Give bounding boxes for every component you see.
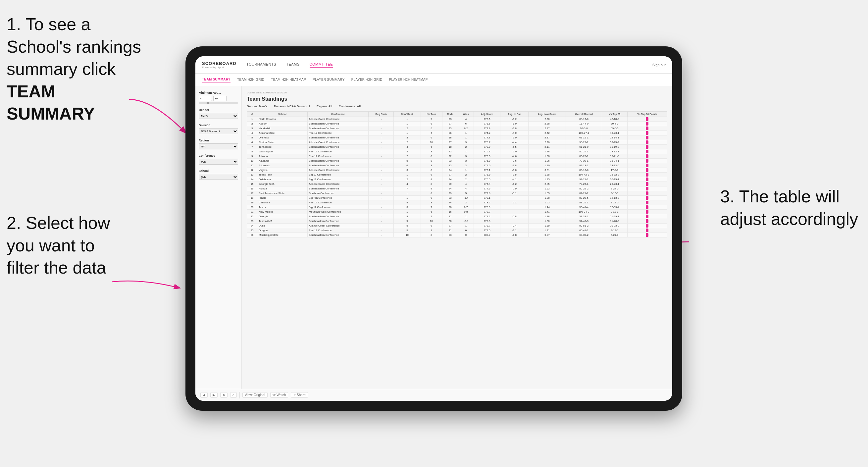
table-cell: 23-13-0 <box>602 163 627 168</box>
toolbar-refresh[interactable]: ↻ <box>220 392 227 398</box>
table-cell: 42-18-0 <box>602 117 627 122</box>
col-avg-par[interactable]: Avg. to Par <box>500 112 528 117</box>
table-cell: 2.37 <box>528 135 566 140</box>
table-cell: 21 <box>442 228 458 233</box>
table-cell: 280.7 <box>473 233 500 238</box>
filter-gender: Gender Men's <box>199 108 238 119</box>
table-cell: -6.2 <box>500 117 528 122</box>
table-cell: - <box>369 140 394 145</box>
table-cell: 1.53 <box>528 200 566 205</box>
table-cell: 1 <box>394 117 421 122</box>
table-cell: - <box>369 219 394 224</box>
table-cell: 7 <box>394 186 421 191</box>
filter-gender-select[interactable]: Men's <box>199 113 238 119</box>
table-cell: 2.11 <box>528 145 566 149</box>
table-cell: 5 <box>394 224 421 228</box>
table-cell: Washington <box>257 149 307 154</box>
col-school[interactable]: School <box>257 112 307 117</box>
table-cell: 2 <box>458 145 473 149</box>
table-cell: - <box>369 200 394 205</box>
nav-committee[interactable]: COMMITTEE <box>310 62 333 68</box>
table-cell: 9 <box>421 224 442 228</box>
table-cell: 1.98 <box>528 149 566 154</box>
tab-team-summary[interactable]: TEAM SUMMARY <box>202 77 230 83</box>
table-cell: -3.5 <box>500 173 528 177</box>
sidebar-filters: Minimum Rou... Gender Men's <box>195 86 242 389</box>
col-conf-rank[interactable]: Conf Rank <box>394 112 421 117</box>
col-vs-top25[interactable]: Vs Top 25 <box>602 112 627 117</box>
filter-slider[interactable] <box>199 102 238 104</box>
col-overall[interactable]: Overall Record <box>566 112 602 117</box>
table-cell: -4.0 <box>500 131 528 135</box>
table-cell: 80-25-2 <box>566 186 602 191</box>
toolbar-home[interactable]: ⌂ <box>230 392 237 398</box>
table-cell: 5 <box>458 191 473 196</box>
instruction-3-line2: adjust accordingly <box>720 209 858 228</box>
col-adj-score[interactable]: Adj. Score <box>473 112 500 117</box>
filter-region-select[interactable]: N/A <box>199 144 238 149</box>
tab-team-h2h-heatmap[interactable]: TEAM H2H HEATMAP <box>271 77 306 82</box>
table-cell: 0 <box>458 228 473 233</box>
toolbar-view[interactable]: View: Original <box>242 392 268 398</box>
filter-division-select[interactable]: NCAA Division I <box>199 128 238 134</box>
table-cell: 9 <box>421 186 442 191</box>
table-cell: 23-23-1 <box>602 182 627 186</box>
table-cell: North Carolina <box>257 117 307 122</box>
table-cell: 18 <box>442 145 458 149</box>
nav-tournaments[interactable]: TOURNAMENTS <box>246 62 276 68</box>
col-no-tour[interactable]: No Tour <box>421 112 442 117</box>
table-cell <box>627 205 667 210</box>
toolbar-share[interactable]: ↗ Share <box>291 392 308 398</box>
col-vs-top50[interactable]: Vs Top 50 Points <box>627 112 667 117</box>
filter-min-rounds-to[interactable] <box>213 96 226 101</box>
table-cell: 6 <box>394 163 421 168</box>
table-row: 2AuburnSoutheastern Conference-19276273.… <box>247 122 667 126</box>
table-cell: Mountain West Conference <box>307 210 369 214</box>
col-wins[interactable]: Wins <box>458 112 473 117</box>
nav-signout[interactable]: Sign out <box>652 63 665 67</box>
nav-teams[interactable]: TEAMS <box>286 62 299 68</box>
col-reg-rank[interactable]: Reg Rank <box>369 112 394 117</box>
table-cell <box>627 122 667 126</box>
tab-player-summary[interactable]: PLAYER SUMMARY <box>313 77 345 82</box>
col-rnds[interactable]: Rnds <box>442 112 458 117</box>
logo-title: SCOREBOARD <box>202 61 237 66</box>
table-cell: 86-25-1 <box>566 154 602 159</box>
filter-min-rounds-from[interactable] <box>199 96 212 101</box>
table-cell: 2 <box>458 173 473 177</box>
table-cell: - <box>369 177 394 182</box>
table-cell <box>627 214 667 219</box>
tab-team-h2h-grid[interactable]: TEAM H2H GRID <box>237 77 264 82</box>
table-cell: 24 <box>247 224 257 228</box>
filter-school-select[interactable]: (All) <box>199 174 238 180</box>
table-cell: 72-30-1 <box>566 159 602 163</box>
table-cell: Arkansas <box>257 163 307 168</box>
table-cell: 1 <box>458 168 473 173</box>
table-cell: 277.6 <box>473 191 500 196</box>
col-avg-low[interactable]: Avg. Low Score <box>528 112 566 117</box>
table-cell: 22 <box>442 154 458 159</box>
table-cell: Mississippi State <box>257 233 307 238</box>
table-cell: 33-25-2 <box>602 140 627 145</box>
table-cell: 63-15-1 <box>566 135 602 140</box>
toolbar-watch[interactable]: 👁 Watch <box>270 392 288 398</box>
col-conference[interactable]: Conference <box>307 112 369 117</box>
table-cell: 11-28-3 <box>602 219 627 224</box>
table-cell: 1 <box>458 149 473 154</box>
tab-player-h2h-grid[interactable]: PLAYER H2H GRID <box>351 77 382 82</box>
toolbar-back[interactable]: ◀ <box>200 392 208 398</box>
table-cell: 29 <box>442 182 458 186</box>
filter-conference-select[interactable]: (All) <box>199 159 238 165</box>
toolbar-forward[interactable]: ▶ <box>210 392 218 398</box>
table-cell: 21 <box>247 210 257 214</box>
table-cell: 19 <box>247 200 257 205</box>
table-cell: 9 <box>247 154 257 159</box>
table-cell: 10 <box>247 159 257 163</box>
table-cell: 86-25-1 <box>566 149 602 154</box>
tab-player-h2h-heatmap[interactable]: PLAYER H2H HEATMAP <box>389 77 428 82</box>
table-cell: 1.28 <box>528 196 566 200</box>
table-cell: 24 <box>442 200 458 205</box>
col-rank[interactable]: # <box>247 112 257 117</box>
table-cell: 66-41-1 <box>566 228 602 233</box>
table-cell: 1.85 <box>528 177 566 182</box>
